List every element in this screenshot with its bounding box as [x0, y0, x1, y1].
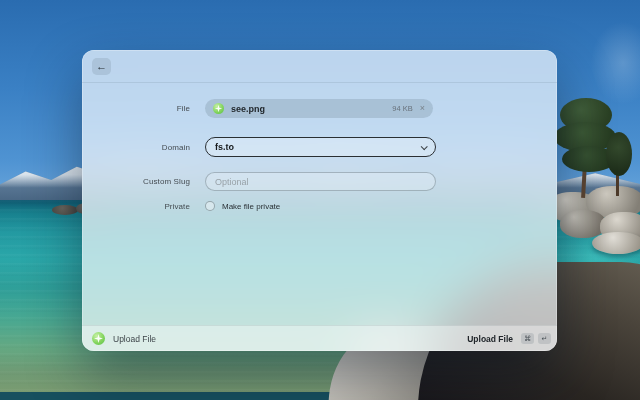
desktop: ← File see.png 94 KB × Domain fs.to — [0, 0, 640, 400]
wallpaper-water-boulder — [592, 232, 640, 254]
dialog-footer: Upload File Upload File ⌘ ↵ — [82, 325, 557, 351]
domain-value: fs.to — [215, 142, 234, 152]
upload-file-button[interactable]: Upload File — [467, 334, 513, 344]
back-button[interactable]: ← — [92, 58, 111, 75]
file-size: 94 KB — [392, 104, 412, 113]
domain-select[interactable]: fs.to — [205, 137, 436, 157]
private-row: Private Make file private — [82, 200, 557, 212]
file-app-icon — [213, 103, 224, 114]
private-checkbox[interactable] — [205, 201, 215, 211]
file-attachment-pill[interactable]: see.png 94 KB × — [205, 99, 433, 118]
command-key-icon: ⌘ — [521, 333, 534, 344]
wallpaper-shore-rock — [52, 205, 78, 215]
upload-file-dialog: ← File see.png 94 KB × Domain fs.to — [82, 50, 557, 351]
custom-slug-label: Custom Slug — [82, 177, 190, 186]
chevron-down-icon — [421, 143, 428, 150]
dialog-header: ← — [82, 50, 557, 83]
wallpaper-small-tree-canopy — [606, 132, 632, 176]
domain-row: Domain fs.to — [82, 137, 557, 157]
wallpaper-deep-water — [0, 392, 360, 400]
remove-file-icon[interactable]: × — [420, 104, 425, 113]
command-name: Upload File — [113, 334, 156, 344]
file-row: File see.png 94 KB × — [82, 99, 557, 118]
back-arrow-icon: ← — [96, 61, 107, 72]
custom-slug-row: Custom Slug — [82, 172, 557, 191]
private-checkbox-label: Make file private — [222, 202, 280, 211]
file-label: File — [82, 104, 190, 113]
file-name: see.png — [231, 104, 265, 114]
domain-label: Domain — [82, 143, 190, 152]
upload-file-app-icon — [92, 332, 105, 345]
return-key-icon: ↵ — [538, 333, 551, 344]
upload-form: File see.png 94 KB × Domain fs.to Custom… — [82, 83, 557, 212]
footer-actions: Upload File ⌘ ↵ — [467, 333, 551, 344]
custom-slug-input[interactable] — [205, 172, 436, 191]
private-label: Private — [82, 202, 190, 211]
